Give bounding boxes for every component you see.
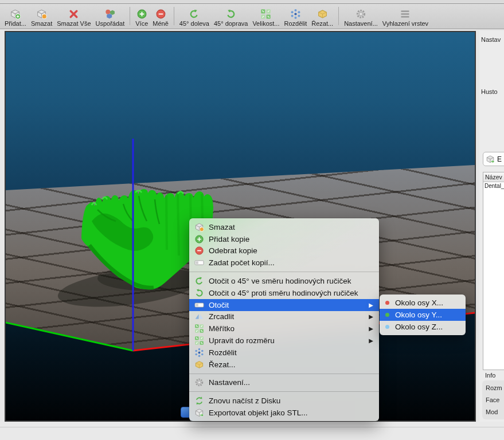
toolbar-button-rozdelit[interactable]: Rozdělit [284,8,307,27]
toolbar-label: Více [135,20,148,27]
arrange-objects-icon [104,8,115,19]
menu-item-label: Otočit [209,301,229,309]
toolbar-label: Uspořádat [96,20,125,27]
toolbar-button-vyhlazeni-vrstev[interactable]: Vyhlazení vrstev [382,8,428,27]
submenu-arrow-icon: ▶ [369,325,374,332]
box-remove-icon [36,8,47,19]
menu-item-label: Exportovat objekt jako STL... [209,408,308,417]
menu-separator [189,374,379,374]
menu-item-label: Zrcadlit [209,312,234,321]
plus-circle-icon [136,8,147,19]
split-dots-icon [194,348,204,358]
toolbar-label: Nastavení... [344,20,378,27]
gear-icon [194,378,204,387]
toolbar-label: Rozdělit [284,20,307,27]
menu-item-nastaveni[interactable]: Nastavení... [189,377,379,389]
toolbar-label: Řezat... [311,20,333,27]
toolbar-label: Přidat... [5,20,26,27]
menu-item-otocit[interactable]: Otočit ▶ [189,299,379,311]
menu-item-label: Odebrat kopie [209,246,257,255]
scale-arrows-icon [194,336,204,345]
toolbar-label: 45° doleva [179,20,209,27]
menu-item-pridat-kopie[interactable]: Přidat kopie [189,233,379,245]
menu-item-label: Upravit do rozměru [209,336,275,345]
menu-item-otocit-45-ccw[interactable]: Otočit o 45° proti směru hodinových ruči… [189,287,379,299]
submenu-arrow-icon: ▶ [369,313,374,320]
right-settings-panel: Nastav Husto E Název Dental_ Info Rozm F… [479,31,504,440]
toolbar-button-45-doprava[interactable]: 45° doprava [214,8,248,27]
menu-item-label: Přidat kopie [209,235,249,243]
export-icon [486,155,495,164]
menu-item-label: Smazat [209,223,235,231]
submenu-item-label: Okolo osy Y... [395,311,442,319]
bottom-divider [0,427,504,427]
toolbar-button-velikost[interactable]: Velikost... [252,8,279,27]
minus-circle-icon [194,246,204,256]
toolbar-label: Smazat [31,20,52,27]
menu-item-exportovat-stl[interactable]: Exportovat objekt jako STL... [189,407,379,419]
menu-item-label: Nastavení... [209,378,250,387]
gear-icon [355,8,366,19]
menu-item-smazat[interactable]: Smazat [189,221,379,233]
submenu-arrow-icon: ▶ [369,302,374,308]
menu-item-meritko[interactable]: Měřítko ▶ [189,323,379,335]
toolbar-button-nastaveni[interactable]: Nastavení... [344,8,378,27]
info-group-label: Info [485,372,495,379]
object-list-table[interactable]: Název Dental_ [483,172,504,370]
info-box: Rozm Face Mod [482,380,504,419]
info-row-faces: Face [486,394,504,406]
menu-item-znovu-nacist[interactable]: Znovu načíst z Disku [189,395,379,407]
toolbar-button-pridat[interactable]: Přidat... [5,8,26,27]
field-icon [194,258,204,268]
split-dots-icon [290,8,301,19]
toolbar-separator [130,7,130,25]
menu-item-otocit-45-cw[interactable]: Otočit o 45° ve směru hodinových ručiček [189,275,379,287]
y-axis-green [6,323,133,351]
menu-separator [189,272,379,272]
submenu-item-okolo-osy-x[interactable]: Okolo osy X... [380,297,466,309]
rotate-ccw-icon [225,8,236,19]
y-axis-dot-icon [385,313,389,317]
x-axis-dot-icon [385,301,389,305]
menu-item-rozdelit[interactable]: Rozdělit [189,347,379,359]
cut-cube-icon [317,8,328,19]
menu-item-upravit-do-rozmeru[interactable]: Upravit do rozměru ▶ [189,335,379,347]
toolbar-button-smazat[interactable]: Smazat [31,8,52,27]
submenu-item-label: Okolo osy Z... [395,323,443,331]
menu-item-label: Otočit o 45° ve směru hodinových ručiček [209,277,351,285]
object-list-header: Název [483,172,504,182]
menu-item-zrcadlit[interactable]: Zrcadlit ▶ [189,311,379,323]
submenu-item-okolo-osy-y[interactable]: Okolo osy Y... [380,309,466,321]
menu-item-rezat[interactable]: Řezat... [189,359,379,371]
toolbar-button-45-doleva[interactable]: 45° doleva [179,8,209,27]
submenu-item-okolo-osy-z[interactable]: Okolo osy Z... [380,321,466,333]
toolbar-label: Smazat Vše [57,20,91,27]
box-remove-icon [194,222,204,232]
red-x-icon [68,8,79,19]
menu-item-zadat-pocet-kopii[interactable]: Zadat počet kopií... [189,257,379,269]
toolbar-button-rezat[interactable]: Řezat... [311,8,333,27]
title-bar [0,0,504,4]
menu-item-label: Měřítko [209,324,235,333]
cut-cube-icon [194,360,204,370]
submenu-item-label: Okolo osy X... [395,298,443,307]
rotate-submenu: Okolo osy X... Okolo osy Y... Okolo osy … [380,294,466,335]
object-list-row[interactable]: Dental_ [483,182,504,189]
toolbar-button-mene[interactable]: Méně [153,8,169,27]
export-icon [194,408,204,418]
info-row-model: Mod [486,406,504,418]
toolbar-button-usporadat[interactable]: Uspořádat [96,8,125,27]
rotate-cw-icon [189,8,200,19]
menu-item-label: Otočit o 45° proti směru hodinových ruči… [209,289,358,297]
layers-icon [400,8,411,19]
menu-item-odebrat-kopie[interactable]: Odebrat kopie [189,245,379,257]
menu-item-label: Rozdělit [209,348,237,357]
toolbar-button-vice[interactable]: Více [135,8,148,27]
scale-arrows-icon [260,8,271,19]
bottom-bar [0,422,504,440]
density-group-label: Husto [481,88,498,95]
export-button[interactable]: E [483,152,504,166]
toolbar-button-smazat-vse[interactable]: Smazat Vše [57,8,91,27]
rotate-cw-icon [194,276,204,286]
context-menu: Smazat Přidat kopie Odebrat kopie Zadat … [189,218,379,421]
